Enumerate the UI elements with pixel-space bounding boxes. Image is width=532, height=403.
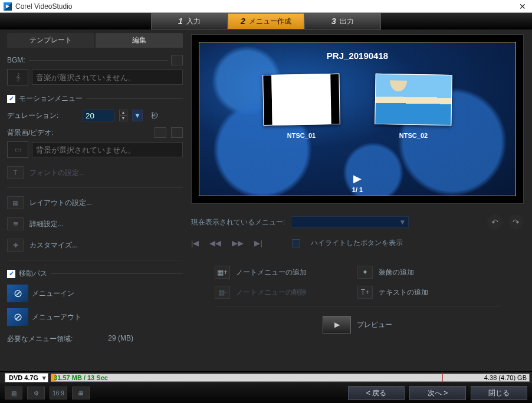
delete-note-icon: ▦- xyxy=(215,286,230,299)
background-label: 背景画/ビデオ: xyxy=(7,128,78,138)
close-button[interactable]: 閉じる xyxy=(471,386,527,400)
highlight-checkbox[interactable] xyxy=(292,239,300,247)
next-button-footer[interactable]: 次へ > xyxy=(409,386,466,400)
delete-note-menu-button[interactable]: ▦-ノートメニューの削除 xyxy=(215,286,357,299)
duration-label: デュレーション: xyxy=(7,111,78,121)
decoration-icon: ✦ xyxy=(357,266,373,279)
main-area: テンプレート 編集 BGM: 𝄞 モーションメニュー デュレーション: ▲▼ ▼… xyxy=(0,29,532,371)
add-text-button[interactable]: T+テキストの追加 xyxy=(357,286,500,299)
music-icon[interactable]: 𝄞 xyxy=(7,69,28,85)
play-icon[interactable]: ▶ xyxy=(353,172,362,185)
capacity-total-label: 4.38 (4.70) GB xyxy=(484,374,527,381)
preview-button[interactable]: プレビュー xyxy=(357,320,392,330)
layout-icon: ▦ xyxy=(7,196,24,209)
background-input[interactable] xyxy=(32,142,183,157)
duration-dropdown[interactable]: ▼ xyxy=(132,110,143,121)
bgm-label: BGM: xyxy=(7,55,183,65)
duration-down[interactable]: ▼ xyxy=(119,115,127,121)
bgm-options-button[interactable] xyxy=(171,55,183,65)
bottom-bar: ▤ ⚙ 16:9 🖶 < 戻る 次へ > 閉じる xyxy=(0,383,532,403)
bgm-input[interactable] xyxy=(32,70,183,85)
project-settings-icon[interactable]: ▤ xyxy=(5,387,22,399)
window-close-button[interactable]: ✕ xyxy=(517,2,528,11)
motion-menu-checkbox[interactable] xyxy=(7,95,15,103)
add-text-icon: T+ xyxy=(357,286,373,299)
add-note-icon: ▦+ xyxy=(215,266,230,279)
text-icon: T xyxy=(7,166,24,179)
required-area-value: 29 (MB) xyxy=(108,334,133,344)
advanced-settings-item[interactable]: ≣詳細設定... xyxy=(7,217,183,230)
menu-out-none-icon[interactable]: ⊘ xyxy=(7,308,28,326)
left-panel: テンプレート 編集 BGM: 𝄞 モーションメニュー デュレーション: ▲▼ ▼… xyxy=(0,29,189,371)
back-button[interactable]: < 戻る xyxy=(348,386,405,400)
layout-settings-item[interactable]: ▦レイアウトの設定... xyxy=(7,196,183,209)
tab-template[interactable]: テンプレート xyxy=(7,33,94,48)
prev-button[interactable]: ◀◀ xyxy=(209,239,221,247)
capacity-track: 31.57 MB / 13 Sec 4.38 (4.70) GB xyxy=(51,374,530,382)
right-panel: PRJ_20190418 NTSC_01 NTSC_02 ▶ 1/ 1 現在表 xyxy=(189,29,532,371)
motion-path-checkbox[interactable] xyxy=(7,270,15,278)
capacity-used-label: 31.57 MB / 13 Sec xyxy=(54,374,108,381)
capacity-limit-tick xyxy=(442,373,443,382)
current-menu-label: 現在表示されているメニュー: xyxy=(191,217,285,227)
print-icon[interactable]: 🖶 xyxy=(72,387,90,399)
last-button[interactable]: ▶| xyxy=(254,239,262,247)
bg-options-button[interactable] xyxy=(171,127,183,138)
menu-preview: PRJ_20190418 NTSC_01 NTSC_02 ▶ 1/ 1 xyxy=(191,34,524,204)
title-bar: Corel VideoStudio ✕ xyxy=(0,0,532,13)
step-1-input[interactable]: 1入力 xyxy=(151,13,228,29)
redo-button[interactable]: ↷ xyxy=(508,214,524,230)
add-decoration-button[interactable]: ✦装飾の追加 xyxy=(357,266,500,279)
font-settings-item[interactable]: Tフォントの設定... xyxy=(7,166,183,179)
menu-canvas[interactable]: PRJ_20190418 NTSC_01 NTSC_02 ▶ 1/ 1 xyxy=(199,42,516,196)
menu-thumb-2[interactable]: NTSC_02 xyxy=(375,74,452,139)
tab-edit[interactable]: 編集 xyxy=(96,33,183,48)
wizard-stepper: 1入力 2メニュー作成 3出力 xyxy=(0,13,532,29)
aspect-ratio-button[interactable]: 16:9 xyxy=(50,387,67,399)
step-2-menu-create[interactable]: 2メニュー作成 xyxy=(228,13,304,29)
window-title: Corel VideoStudio xyxy=(15,2,517,11)
customize-item[interactable]: ✚カスタマイズ... xyxy=(7,239,183,252)
list-icon: ≣ xyxy=(7,217,24,230)
motion-menu-label: モーションメニュー xyxy=(19,94,83,104)
gear-plus-icon: ✚ xyxy=(7,239,24,252)
highlight-label: ハイライトしたボタンを表示 xyxy=(311,238,403,248)
first-button[interactable]: |◀ xyxy=(191,239,199,247)
current-menu-dropdown[interactable]: ▼ xyxy=(291,216,409,228)
duration-input[interactable] xyxy=(83,110,114,121)
capacity-bar: DVD 4.7G 31.57 MB / 13 Sec 4.38 (4.70) G… xyxy=(0,371,532,383)
menu-in-none-icon[interactable]: ⊘ xyxy=(7,285,28,302)
monitor-icon[interactable]: ▭ xyxy=(7,141,28,158)
project-title[interactable]: PRJ_20190418 xyxy=(199,51,515,61)
undo-button[interactable]: ↶ xyxy=(487,214,503,230)
page-indicator: 1/ 1 xyxy=(352,186,363,193)
menu-in-label: メニューイン xyxy=(32,289,74,299)
add-note-menu-button[interactable]: ▦+ノートメニューの追加 xyxy=(215,266,357,279)
menu-thumb-1[interactable]: NTSC_01 xyxy=(263,74,340,139)
step-3-output[interactable]: 3出力 xyxy=(304,13,381,29)
motion-path-label: 移動パス xyxy=(19,269,47,279)
remote-icon: ▶ xyxy=(323,316,351,333)
required-area-label: 必要なメニュー領域: xyxy=(7,334,73,344)
bg-fit-button[interactable] xyxy=(155,127,166,138)
menu-out-label: メニューアウト xyxy=(32,312,81,322)
seconds-label: 秒 xyxy=(151,111,158,121)
next-button[interactable]: ▶▶ xyxy=(232,239,244,247)
preferences-icon[interactable]: ⚙ xyxy=(27,387,45,399)
app-logo-icon xyxy=(4,2,12,11)
duration-up[interactable]: ▲ xyxy=(119,110,127,115)
disc-type-select[interactable]: DVD 4.7G xyxy=(5,373,48,382)
